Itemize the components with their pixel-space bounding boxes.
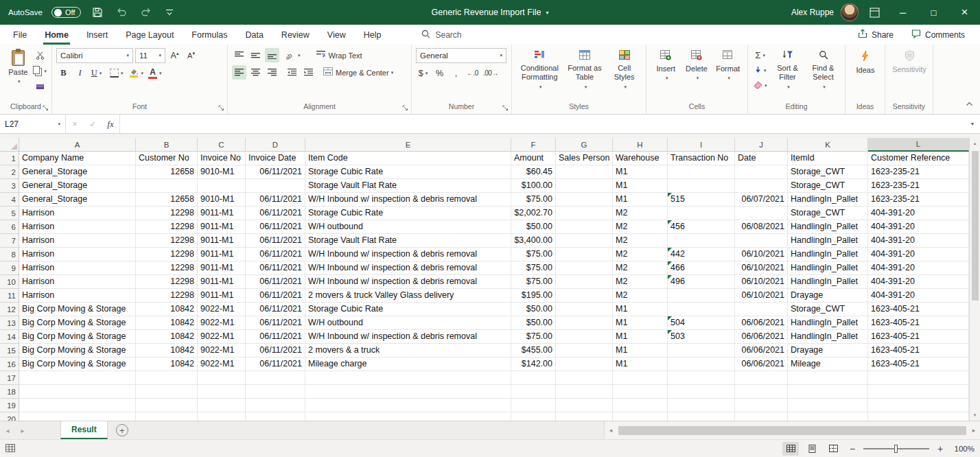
- fill-color-dropdown-icon[interactable]: ▾: [141, 71, 144, 76]
- cell-B3[interactable]: [136, 179, 198, 193]
- cell-D9[interactable]: 06/11/2021: [246, 261, 305, 275]
- collapse-ribbon-button[interactable]: [964, 95, 975, 111]
- number-format-select[interactable]: General ▾: [416, 48, 506, 63]
- cell-L13[interactable]: 1623-405-21: [868, 316, 969, 330]
- tab-insert[interactable]: Insert: [78, 25, 117, 45]
- cell-C4[interactable]: 9010-M1: [198, 193, 246, 207]
- format-as-table-dropdown-icon[interactable]: ▾: [585, 84, 587, 90]
- row-header-3[interactable]: 3: [0, 179, 19, 193]
- horizontal-scrollbar[interactable]: ◂ ▸: [604, 421, 980, 439]
- cell-I12[interactable]: [668, 303, 735, 316]
- cell-D2[interactable]: 06/11/2021: [246, 165, 305, 179]
- horizontal-scroll-thumb[interactable]: [618, 426, 966, 435]
- cell-A19[interactable]: [19, 399, 136, 412]
- wrap-text-button[interactable]: Wrap Text: [315, 48, 364, 62]
- cell-A3[interactable]: General_Storage: [19, 179, 136, 193]
- cell-B11[interactable]: 12298: [136, 289, 198, 303]
- decrease-indent-icon[interactable]: [285, 65, 299, 80]
- cell-H12[interactable]: M1: [613, 303, 668, 316]
- cell-I3[interactable]: [668, 179, 735, 193]
- row-header-17[interactable]: 17: [0, 371, 19, 385]
- cell-A9[interactable]: Harrison: [19, 261, 136, 275]
- cell-E20[interactable]: [305, 412, 511, 421]
- cell-E13[interactable]: W/H outbound: [305, 316, 511, 330]
- cell-H16[interactable]: M1: [613, 358, 668, 371]
- cell-L9[interactable]: 404-391-20: [868, 261, 969, 275]
- sensitivity-button[interactable]: Sensitivity: [891, 48, 928, 74]
- cell-C3[interactable]: [198, 179, 246, 193]
- cell-J15[interactable]: 06/06/2021: [735, 344, 788, 358]
- cell-I11[interactable]: [668, 289, 735, 303]
- cell-D19[interactable]: [246, 399, 305, 412]
- delete-cells-button[interactable]: Delete ▾: [681, 48, 712, 82]
- cell-L5[interactable]: 404-391-20: [868, 207, 969, 220]
- insert-function-button[interactable]: fx: [102, 115, 119, 133]
- save-icon[interactable]: [90, 5, 105, 20]
- previous-sheet-icon[interactable]: ◂: [0, 421, 15, 439]
- paste-dropdown-icon[interactable]: ▾: [18, 79, 21, 84]
- cell-J9[interactable]: 06/10/2021: [735, 261, 788, 275]
- tab-home[interactable]: Home: [36, 25, 78, 45]
- cell-L1[interactable]: Customer Reference: [868, 152, 969, 165]
- cell-G15[interactable]: [556, 344, 613, 358]
- cell-C10[interactable]: 9011-M1: [198, 275, 246, 289]
- cell-K17[interactable]: [788, 371, 868, 385]
- sheet-tab-result[interactable]: Result: [60, 421, 108, 439]
- cell-C19[interactable]: [198, 399, 246, 412]
- cell-F2[interactable]: $60.45: [511, 165, 556, 179]
- cell-A20[interactable]: [19, 412, 136, 421]
- cell-E8[interactable]: W/H Inbound w/ inspection & debris remov…: [305, 248, 511, 261]
- row-header-14[interactable]: 14: [0, 330, 19, 344]
- italic-button[interactable]: I: [73, 66, 87, 80]
- cell-G8[interactable]: [556, 248, 613, 261]
- cell-I18[interactable]: [668, 385, 735, 399]
- cell-K3[interactable]: Storage_CWT: [788, 179, 868, 193]
- row-header-12[interactable]: 12: [0, 303, 19, 316]
- underline-button[interactable]: U▾: [89, 66, 104, 80]
- tab-review[interactable]: Review: [272, 25, 318, 45]
- cell-L12[interactable]: 1623-405-21: [868, 303, 969, 316]
- cell-J4[interactable]: 06/07/2021: [735, 193, 788, 207]
- cell-I8[interactable]: 442: [668, 248, 735, 261]
- cell-A7[interactable]: Harrison: [19, 234, 136, 248]
- comma-style-button[interactable]: ,: [449, 66, 463, 80]
- cell-E9[interactable]: W/H Inbound w/ inspection & debris remov…: [305, 261, 511, 275]
- cell-H15[interactable]: M1: [613, 344, 668, 358]
- cell-D15[interactable]: 06/11/2021: [246, 344, 305, 358]
- cell-K10[interactable]: HandlingIn_Pallet: [788, 275, 868, 289]
- decrease-font-size-button[interactable]: A▾: [184, 49, 198, 63]
- orientation-button[interactable]: ab▾: [285, 48, 302, 62]
- insert-cells-button[interactable]: Insert ▾: [651, 48, 681, 82]
- cell-H3[interactable]: M1: [613, 179, 668, 193]
- format-dropdown-icon[interactable]: ▾: [727, 75, 730, 81]
- cell-B12[interactable]: 10842: [136, 303, 198, 316]
- decrease-decimal-button[interactable]: .00→: [482, 66, 500, 80]
- new-sheet-button[interactable]: +: [116, 424, 128, 436]
- cell-C13[interactable]: 9022-M1: [198, 316, 246, 330]
- cell-K18[interactable]: [788, 385, 868, 399]
- cell-C17[interactable]: [198, 371, 246, 385]
- cell-J2[interactable]: [735, 165, 788, 179]
- cell-G19[interactable]: [556, 399, 613, 412]
- cell-A15[interactable]: Big Corp Moving & Storage: [19, 344, 136, 358]
- cell-C5[interactable]: 9011-M1: [198, 207, 246, 220]
- column-header-B[interactable]: B: [136, 138, 198, 152]
- cell-D5[interactable]: 06/11/2021: [246, 207, 305, 220]
- cell-F14[interactable]: $75.00: [511, 330, 556, 344]
- cell-G4[interactable]: [556, 193, 613, 207]
- tab-view[interactable]: View: [318, 25, 355, 45]
- cell-F15[interactable]: $455.00: [511, 344, 556, 358]
- cell-I2[interactable]: [668, 165, 735, 179]
- cell-I4[interactable]: 515: [668, 193, 735, 207]
- next-sheet-icon[interactable]: ▸: [15, 421, 30, 439]
- cell-I7[interactable]: [668, 234, 735, 248]
- close-button[interactable]: ×: [949, 0, 980, 25]
- cell-D8[interactable]: 06/11/2021: [246, 248, 305, 261]
- cell-L20[interactable]: [868, 412, 969, 421]
- align-left-icon[interactable]: [232, 65, 246, 80]
- cell-C1[interactable]: Invoice No: [198, 152, 246, 165]
- font-name-select[interactable]: Calibri ▾: [56, 48, 133, 63]
- cell-F12[interactable]: $50.00: [511, 303, 556, 316]
- zoom-slider[interactable]: [863, 443, 929, 454]
- cell-J16[interactable]: 06/06/2021: [735, 358, 788, 371]
